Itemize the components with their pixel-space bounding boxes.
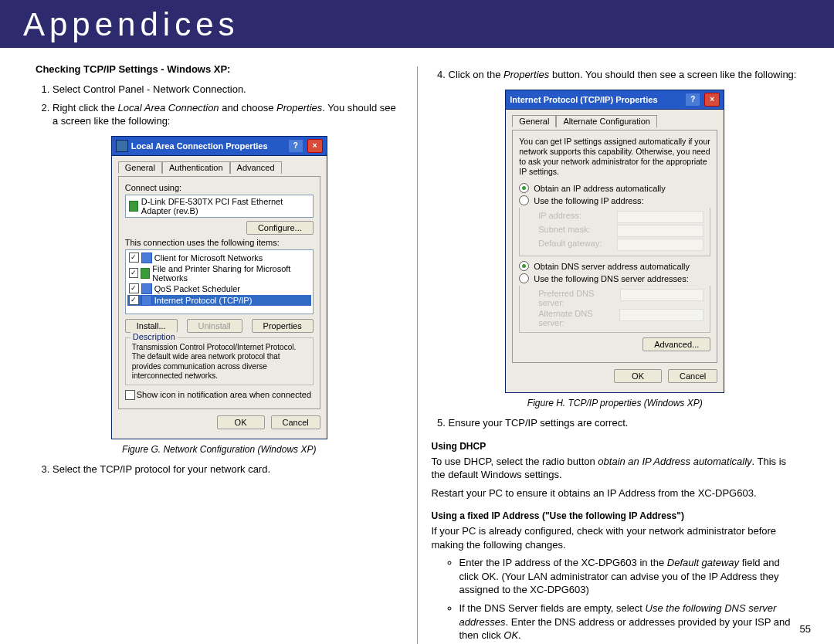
dhcp-p1: To use DHCP, select the radio button obt… — [432, 455, 799, 482]
bullet-1: Enter the IP address of the XC-DPG603 in… — [459, 556, 799, 597]
fig-g-tabs: General Authentication Advanced — [118, 161, 320, 173]
close-button[interactable]: × — [307, 139, 323, 153]
tab-auth[interactable]: Authentication — [162, 161, 230, 174]
ip-address-field — [617, 211, 703, 223]
showicon-check[interactable] — [125, 390, 135, 400]
fixed-bullets: Enter the IP address of the XC-DPG603 in… — [432, 556, 799, 642]
description-group: Description Transmission Control Protoco… — [125, 337, 314, 385]
fig-g-caption: Figure G. Network Configuration (Windows… — [36, 444, 403, 455]
left-steps: Select Control Panel - Network Connectio… — [36, 83, 403, 128]
pref-dns-field — [620, 289, 704, 301]
bullet-2: If the DNS Server fields are empty, sele… — [459, 602, 799, 642]
ok-button-h[interactable]: OK — [614, 369, 662, 383]
share-icon — [141, 268, 151, 279]
fig-h-intro: You can get IP settings assigned automat… — [519, 137, 710, 178]
dhcp-heading: Using DHCP — [432, 441, 799, 452]
step-2: Right click the Local Area Connection an… — [53, 101, 403, 128]
fig-g-dialog: Local Area Connection Properties ? × Gen… — [111, 136, 327, 439]
left-heading: Checking TCP/IP Settings - Windows XP: — [36, 63, 403, 75]
header-title: Appendices — [23, 6, 239, 42]
step-1: Select Control Panel - Network Connectio… — [53, 83, 403, 97]
fig-h-titlebar: Internet Protocol (TCP/IP) Properties ? … — [506, 90, 724, 110]
tab-general-h[interactable]: General — [512, 115, 556, 127]
help-button[interactable]: ? — [288, 139, 303, 153]
dhcp-p2: Restart your PC to ensure it obtains an … — [432, 486, 799, 500]
tab-altconfig[interactable]: Alternate Configuration — [556, 115, 657, 127]
install-button[interactable]: Install... — [125, 319, 178, 333]
right-steps-2: Ensure your TCP/IP settings are correct. — [432, 416, 799, 430]
cancel-button-h[interactable]: Cancel — [668, 369, 717, 383]
left-steps-2: Select the TCP/IP protocol for your netw… — [36, 463, 403, 476]
right-column: Click on the Properties button. You shou… — [418, 63, 813, 644]
subnet-field — [617, 225, 703, 237]
nic-icon — [129, 201, 138, 212]
fig-g-title: Local Area Connection Properties — [131, 141, 268, 151]
properties-button[interactable]: Properties — [252, 319, 314, 333]
qos-icon — [141, 283, 152, 294]
radio-use-ip[interactable] — [519, 195, 529, 205]
net-icon — [116, 140, 128, 152]
right-steps: Click on the Properties button. You shou… — [432, 68, 799, 82]
step-5: Ensure your TCP/IP settings are correct. — [449, 416, 799, 430]
fixed-heading: Using a fixed IP Address ("Use the follo… — [432, 510, 799, 521]
connect-using-label: Connect using: — [125, 183, 314, 192]
step-3: Select the TCP/IP protocol for your netw… — [53, 463, 403, 476]
configure-button[interactable]: Configure... — [246, 221, 314, 235]
content-columns: Checking TCP/IP Settings - Windows XP: S… — [0, 48, 834, 644]
cancel-button[interactable]: Cancel — [271, 415, 320, 429]
fig-h-title: Internet Protocol (TCP/IP) Properties — [510, 95, 657, 104]
fixed-p1: If your PC is already configured, check … — [432, 524, 799, 551]
fig-g-titlebar: Local Area Connection Properties ? × — [112, 137, 327, 156]
tab-general[interactable]: General — [118, 161, 162, 174]
left-column: Checking TCP/IP Settings - Windows XP: S… — [22, 63, 417, 644]
page-header: Appendices — [0, 0, 834, 48]
tab-adv[interactable]: Advanced — [230, 161, 282, 174]
items-label: This connection uses the following items… — [125, 238, 314, 247]
items-listbox[interactable]: ✓Client for Microsoft Networks ✓File and… — [125, 249, 314, 314]
radio-obtain-dns[interactable] — [519, 261, 529, 271]
step-4: Click on the Properties button. You shou… — [449, 68, 799, 82]
adapter-field: D-Link DFE-530TX PCI Fast Ethernet Adapt… — [125, 195, 314, 218]
alt-dns-field — [619, 309, 703, 321]
radio-obtain-ip[interactable] — [519, 183, 529, 193]
advanced-button[interactable]: Advanced... — [642, 337, 710, 351]
fig-h-dialog: Internet Protocol (TCP/IP) Properties ? … — [505, 90, 724, 394]
fig-h-caption: Figure H. TCP/IP properties (Windows XP) — [432, 398, 799, 408]
page-number: 55 — [800, 623, 811, 635]
close-button-h[interactable]: × — [704, 93, 720, 107]
gateway-field — [617, 239, 703, 251]
help-button-h[interactable]: ? — [685, 93, 700, 107]
radio-use-dns[interactable] — [519, 273, 529, 283]
uninstall-button[interactable]: Uninstall — [187, 319, 242, 333]
client-icon — [141, 253, 152, 263]
ok-button[interactable]: OK — [217, 415, 265, 429]
tcpip-icon — [141, 295, 152, 306]
